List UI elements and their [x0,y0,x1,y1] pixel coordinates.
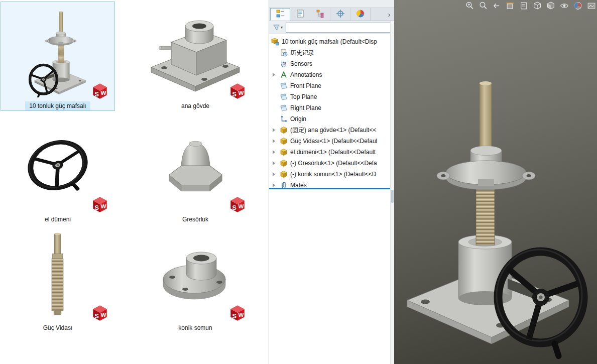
display-style-icon[interactable] [545,1,556,11]
file-thumbnail: S W [139,224,252,323]
panel-tab-bar: › [269,8,394,21]
tree-item-right-plane[interactable]: Right Plane [269,102,391,113]
tree-item-top-plane[interactable]: Top Plane [269,91,391,102]
desktop: S W 10 tonluk güç mafsalı [0,0,597,364]
tab-displaymanager[interactable] [350,8,371,21]
expand-arrow-icon[interactable] [273,183,275,187]
expand-arrow-icon[interactable] [273,172,275,176]
file-item-label: Gresörluk [178,215,212,224]
tab-propertymanager[interactable] [290,8,310,21]
tree-item-origin[interactable]: Origin [269,113,391,125]
solidworks-badge-icon: S W [90,81,109,100]
tab-overflow-arrow[interactable]: › [384,8,394,21]
tree-item-label: Güç Vidası<1> (Default<<Defaul [290,138,377,145]
file-item-guc-vidasi[interactable]: S W Güç Vidası [1,224,114,332]
file-thumbnail: S W [139,115,252,215]
panel-splitter[interactable] [269,188,390,189]
heads-up-view-toolbar [464,0,597,11]
expand-arrow-icon[interactable] [273,139,275,143]
apply-scene-icon[interactable] [586,1,597,11]
sensors-icon [280,60,288,68]
tree-item-label: (固定) ana gövde<1> (Default<< [290,126,376,135]
solidworks-badge-icon: S W [228,303,247,322]
zoom-to-area-icon[interactable] [477,1,489,11]
svg-text:W: W [238,311,244,318]
tree-item-label: Front Plane [290,82,321,89]
tree-item-label: el dümeni<1> (Default<<Default [290,149,376,156]
expand-arrow-icon[interactable] [273,128,275,132]
power-screw-thumbnail-graphic [35,229,80,318]
tab-dimxpertmanager[interactable] [330,8,350,21]
hide-show-items-icon[interactable] [559,1,570,11]
tree-item-label: Sensors [290,60,312,67]
tree-vertical-scrollbar[interactable] [390,21,394,364]
file-item-label: konik somun [174,323,216,332]
tree-item-guc-vidasi[interactable]: Güç Vidası<1> (Default<<Defaul [269,136,391,147]
tree-item-assembly-root[interactable]: 10 tonluk güç mafsalı (Default<Disp [269,36,391,47]
origin-icon [280,115,288,123]
tree-item-gresorluk[interactable]: (-) Gresörluk<1> (Default<<Defa [269,158,391,169]
part-icon [280,126,288,134]
expand-arrow-icon[interactable] [273,150,275,154]
svg-text:W: W [101,311,106,318]
file-thumbnail: S W [1,224,114,323]
file-item-label: ana gövde [177,101,213,110]
svg-text:S: S [232,204,236,211]
tree-item-label: (-) Gresörluk<1> (Default<<Defa [290,160,377,167]
assembly-thumbnail-graphic [26,6,90,97]
zoom-to-fit-icon[interactable] [464,1,475,11]
featuremanager-panel: › ▾ 10 tonlu [269,0,394,364]
tree-item-label: 历史记录 [290,49,314,57]
svg-text:W: W [238,203,244,209]
tree-item-konik-somun[interactable]: (-) konik somun<1> (Default<<D [269,169,391,180]
conical-nut-thumbnail-graphic [155,243,235,304]
solidworks-badge-icon: S W [228,81,247,100]
solidworks-badge-icon: S W [228,195,247,214]
file-item-label: Güç Vidası [39,323,76,332]
filter-funnel-button[interactable]: ▾ [271,23,284,33]
tree-item-label: (-) konik somun<1> (Default<<D [290,171,376,178]
tree-item-annotations[interactable]: Annotations [269,69,391,80]
file-item-gresorluk[interactable]: S W Gresörluk [139,115,252,224]
tree-item-sensors[interactable]: Sensors [269,58,391,69]
file-item-10-tonluk-guc-mafsali[interactable]: S W 10 tonluk güç mafsalı [1,2,114,110]
solidworks-badge-icon: S W [90,303,109,322]
file-item-label: el dümeni [41,215,75,224]
tree-item-el-dumeni[interactable]: el dümeni<1> (Default<<Default [269,147,391,158]
plane-icon [280,82,288,90]
feature-tree: 10 tonluk güç mafsalı (Default<Disp 历史记录 [269,34,394,191]
svg-text:S: S [232,91,236,98]
expand-arrow-icon[interactable] [273,73,275,77]
svg-text:S: S [94,91,98,98]
file-item-konik-somun[interactable]: S W konik somun [139,224,252,332]
configurationmanager-icon [316,9,325,20]
tree-item-front-plane[interactable]: Front Plane [269,80,391,91]
svg-text:S: S [232,313,236,320]
tree-filter-input[interactable] [286,23,392,33]
file-thumbnail: S W [1,115,114,215]
grease-fitting-thumbnail-graphic [159,132,232,198]
svg-text:W: W [101,203,106,209]
annotation-views-icon[interactable] [518,1,529,11]
file-item-ana-govde[interactable]: S W ana gövde [139,2,252,110]
previous-view-icon[interactable] [491,1,502,11]
housing-thumbnail-graphic [145,11,246,92]
plane-icon [280,104,288,112]
section-view-icon[interactable] [505,1,516,11]
file-thumbnail: S W [139,2,252,101]
svg-text:S: S [94,313,98,320]
viewport-3d[interactable] [394,0,597,364]
edit-appearance-icon[interactable] [572,1,583,11]
tree-item-ana-govde[interactable]: (固定) ana gövde<1> (Default<< [269,125,391,136]
tab-featuremanager[interactable] [270,8,290,21]
handwheel-thumbnail-graphic [15,128,100,203]
tab-configurationmanager[interactable] [310,8,330,21]
file-item-el-dumeni[interactable]: S W el dümeni [1,115,114,224]
view-orientation-icon[interactable] [532,1,543,11]
screw-jack-model[interactable] [394,0,597,364]
tree-item-history[interactable]: 历史记录 [269,47,391,58]
expand-arrow-icon[interactable] [273,161,275,165]
tree-item-label: Right Plane [290,104,321,111]
scrollbar-thumb[interactable] [391,190,394,203]
part-icon [280,148,288,156]
